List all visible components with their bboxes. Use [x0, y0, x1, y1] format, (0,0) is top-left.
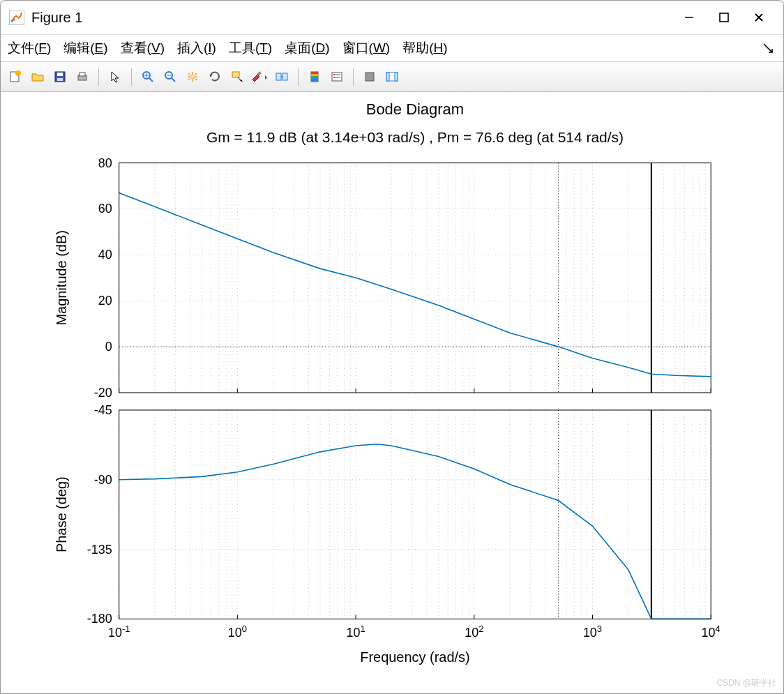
x-tick-label: 101	[346, 624, 365, 640]
toolbar-separator	[98, 68, 99, 86]
series-phase	[119, 444, 711, 619]
svg-point-19	[190, 75, 195, 79]
menu-label: 插入(I)	[177, 40, 216, 55]
bode-plot-svg: Bode DiagramGm = 11.9 dB (at 3.14e+03 ra…	[1, 92, 783, 693]
toolbar-separator	[131, 68, 132, 86]
svg-rect-0	[9, 10, 24, 25]
y-tick-label: 0	[105, 340, 112, 354]
svg-point-6	[15, 70, 21, 76]
new-figure-button[interactable]	[5, 66, 26, 87]
menu-file[interactable]: 文件(F)	[8, 39, 51, 57]
svg-rect-20	[232, 72, 239, 77]
minimize-button[interactable]	[673, 6, 705, 29]
menu-label: 工具(T)	[229, 40, 272, 55]
svg-rect-26	[311, 74, 318, 76]
print-button[interactable]	[72, 66, 93, 87]
zoom-out-button[interactable]	[160, 66, 181, 87]
svg-rect-34	[365, 73, 374, 81]
menu-tools[interactable]: 工具(T)	[229, 39, 272, 57]
watermark-text: CSDN @研学社	[716, 677, 776, 689]
x-tick-label: 102	[465, 624, 483, 640]
pointer-button[interactable]	[105, 66, 126, 87]
svg-line-17	[172, 78, 175, 82]
x-tick-label: 100	[228, 624, 247, 640]
hide-plot-tools-button[interactable]	[359, 66, 380, 87]
data-cursor-button[interactable]	[227, 66, 248, 87]
menu-label: 窗口(W)	[342, 40, 391, 55]
svg-rect-23	[282, 73, 287, 80]
rotate-button[interactable]	[204, 66, 225, 87]
svg-rect-30	[333, 74, 336, 75]
svg-rect-27	[311, 76, 318, 78]
link-data-button[interactable]	[271, 66, 292, 87]
y-tick-label: 40	[98, 248, 112, 262]
save-button[interactable]	[50, 66, 70, 87]
window-title: Figure 1	[31, 10, 670, 26]
maximize-button[interactable]	[708, 6, 740, 29]
svg-rect-9	[57, 78, 63, 81]
menu-desktop[interactable]: 桌面(D)	[285, 39, 329, 57]
svg-rect-8	[57, 73, 63, 76]
menu-bar: 文件(F) 编辑(E) 查看(V) 插入(I) 工具(T) 桌面(D) 窗口(W…	[1, 35, 783, 62]
y-axis-label: Magnitude (dB)	[54, 230, 69, 325]
y-tick-label: -90	[94, 473, 112, 487]
svg-rect-36	[386, 73, 389, 81]
matlab-icon	[9, 10, 24, 25]
y-tick-label: 20	[98, 294, 112, 308]
toolbar	[1, 62, 783, 92]
show-plot-tools-button[interactable]	[382, 66, 402, 87]
y-tick-label: 80	[98, 156, 112, 170]
menu-edit[interactable]: 编辑(E)	[63, 39, 107, 57]
menu-label: 桌面(D)	[285, 40, 329, 55]
svg-rect-28	[311, 78, 318, 82]
y-tick-label: -20	[94, 386, 112, 400]
menu-label: 文件(F)	[8, 40, 51, 55]
brush-button[interactable]	[249, 66, 270, 87]
x-tick-label: 103	[583, 624, 602, 640]
y-tick-label: -180	[87, 612, 112, 626]
toolbar-separator	[298, 68, 299, 86]
legend-button[interactable]	[326, 66, 347, 87]
svg-rect-92	[119, 163, 711, 393]
menu-label: 编辑(E)	[63, 40, 107, 55]
close-button[interactable]	[743, 6, 775, 29]
toolbar-separator	[353, 68, 354, 86]
x-axis-label: Frequency (rad/s)	[360, 649, 469, 665]
svg-rect-22	[276, 73, 281, 80]
menu-help[interactable]: 帮助(H)	[402, 39, 447, 57]
open-button[interactable]	[27, 66, 48, 87]
svg-rect-150	[119, 410, 711, 619]
series-magnitude	[119, 193, 711, 377]
x-tick-label: 104	[702, 624, 721, 640]
zoom-in-button[interactable]	[137, 66, 158, 87]
svg-line-13	[149, 78, 153, 82]
y-tick-label: -135	[87, 543, 112, 557]
chart-subtitle: Gm = 11.9 dB (at 3.14e+03 rad/s) , Pm = …	[206, 129, 624, 145]
x-tick-label: 10-1	[108, 624, 130, 640]
colorbar-button[interactable]	[304, 66, 325, 87]
svg-rect-2	[720, 13, 728, 22]
svg-rect-31	[333, 77, 336, 78]
undock-icon[interactable]	[762, 42, 774, 57]
menu-window[interactable]: 窗口(W)	[342, 39, 391, 57]
y-axis-label: Phase (deg)	[54, 476, 69, 552]
menu-insert[interactable]: 插入(I)	[177, 39, 216, 57]
y-tick-label: 60	[98, 202, 112, 216]
figure-window: Figure 1 文件(F) 编辑(E) 查看(V) 插入(I) 工具(T) 桌…	[0, 0, 784, 694]
svg-rect-11	[80, 73, 85, 76]
pan-button[interactable]	[182, 66, 203, 87]
y-tick-label: -45	[94, 403, 112, 417]
menu-view[interactable]: 查看(V)	[121, 39, 165, 57]
chart-title: Bode Diagram	[366, 100, 464, 118]
figure-canvas[interactable]: Bode DiagramGm = 11.9 dB (at 3.14e+03 ra…	[1, 92, 783, 693]
menu-label: 查看(V)	[121, 40, 165, 55]
title-bar[interactable]: Figure 1	[1, 1, 783, 35]
svg-rect-37	[395, 73, 398, 81]
svg-rect-25	[311, 72, 318, 74]
menu-label: 帮助(H)	[402, 40, 447, 55]
